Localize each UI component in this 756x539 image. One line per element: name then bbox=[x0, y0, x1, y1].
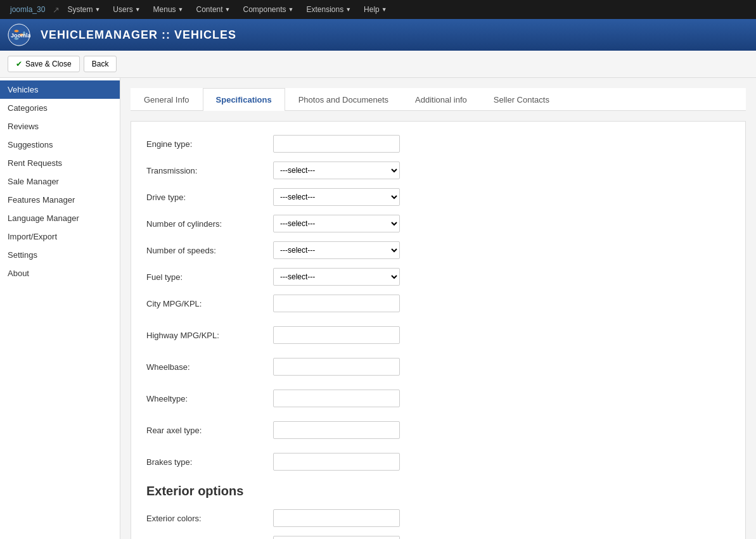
rear-axel-input[interactable] bbox=[273, 421, 400, 439]
fuel-type-label: Fuel type: bbox=[146, 272, 273, 282]
wheelbase-input[interactable] bbox=[273, 358, 400, 376]
sidebar: Vehicles Categories Reviews Suggestions … bbox=[0, 78, 120, 539]
engine-type-row: Engine type: bbox=[146, 134, 730, 153]
num-doors-select[interactable]: ---select--- bbox=[273, 536, 400, 539]
chevron-down-icon: ▼ bbox=[288, 6, 294, 13]
tab-bar: General Info Specifications Photos and D… bbox=[131, 88, 746, 111]
num-speeds-label: Number of speeds: bbox=[146, 246, 273, 255]
nav-help[interactable]: Help ▼ bbox=[359, 3, 392, 16]
brakes-input[interactable] bbox=[273, 453, 400, 471]
tab-additional-info[interactable]: Additional info bbox=[402, 88, 480, 111]
rear-axel-label: Rear axel type: bbox=[146, 426, 273, 435]
wheeltype-label: Wheeltype: bbox=[146, 394, 273, 403]
chevron-down-icon: ▼ bbox=[178, 6, 184, 13]
wheelbase-label: Wheelbase: bbox=[146, 362, 273, 372]
engine-type-label: Engine type: bbox=[146, 139, 273, 149]
city-mpg-row: City MPG/KPL: bbox=[146, 294, 730, 313]
content-area: General Info Specifications Photos and D… bbox=[120, 78, 756, 539]
svg-text:Joomla!: Joomla! bbox=[11, 32, 30, 39]
exterior-colors-input[interactable] bbox=[273, 509, 400, 527]
highway-mpg-label: Highway MPG/KPL: bbox=[146, 331, 273, 340]
chevron-down-icon: ▼ bbox=[225, 6, 231, 13]
toolbar: ✔ Save & Close Back bbox=[0, 51, 756, 78]
nav-menus[interactable]: Menus ▼ bbox=[148, 3, 189, 16]
transmission-label: Transmission: bbox=[146, 166, 273, 175]
num-doors-row: Number of doors: ---select--- bbox=[146, 535, 730, 539]
page-title: VEHICLEMANAGER :: VEHICLES bbox=[41, 29, 236, 42]
exterior-section-title: Exterior options bbox=[146, 484, 730, 498]
tab-specifications[interactable]: Specifications bbox=[203, 88, 285, 111]
nav-content[interactable]: Content ▼ bbox=[191, 3, 236, 16]
num-speeds-select[interactable]: ---select--- bbox=[273, 241, 400, 259]
top-nav: joomla_30 ↗ System ▼ Users ▼ Menus ▼ Con… bbox=[0, 0, 756, 19]
site-link[interactable]: joomla_30 bbox=[5, 3, 50, 16]
tab-general-info[interactable]: General Info bbox=[131, 88, 203, 111]
sidebar-item-language-manager[interactable]: Language Manager bbox=[0, 209, 120, 227]
brakes-label: Brakes type: bbox=[146, 457, 273, 467]
wheeltype-input[interactable] bbox=[273, 390, 400, 407]
highway-mpg-input[interactable] bbox=[273, 326, 400, 344]
city-mpg-label: City MPG/KPL: bbox=[146, 299, 273, 308]
drive-type-select[interactable]: ---select--- bbox=[273, 188, 400, 206]
nav-users[interactable]: Users ▼ bbox=[108, 3, 145, 16]
save-close-button[interactable]: ✔ Save & Close bbox=[8, 56, 80, 72]
sidebar-item-settings[interactable]: Settings bbox=[0, 246, 120, 264]
exterior-colors-label: Exterior colors: bbox=[146, 514, 273, 523]
sidebar-item-reviews[interactable]: Reviews bbox=[0, 117, 120, 136]
main-layout: Vehicles Categories Reviews Suggestions … bbox=[0, 78, 756, 539]
transmission-row: Transmission: ---select--- bbox=[146, 161, 730, 180]
nav-system[interactable]: System ▼ bbox=[62, 3, 105, 16]
sidebar-item-import-export[interactable]: Import/Export bbox=[0, 227, 120, 246]
chevron-down-icon: ▼ bbox=[94, 6, 100, 13]
sidebar-item-categories[interactable]: Categories bbox=[0, 99, 120, 117]
tab-photos-docs[interactable]: Photos and Documenets bbox=[285, 88, 402, 111]
fuel-type-row: Fuel type: ---select--- bbox=[146, 267, 730, 286]
drive-type-label: Drive type: bbox=[146, 193, 273, 202]
chevron-down-icon: ▼ bbox=[345, 6, 351, 13]
header-bar: Joomla! VEHICLEMANAGER :: VEHICLES bbox=[0, 19, 756, 51]
num-cylinders-select[interactable]: ---select--- bbox=[273, 215, 400, 232]
tab-seller-contacts[interactable]: Seller Contacts bbox=[480, 88, 563, 111]
wheelbase-row: Wheelbase: bbox=[146, 357, 730, 376]
check-icon: ✔ bbox=[16, 60, 22, 68]
highway-mpg-row: Highway MPG/KPL: bbox=[146, 326, 730, 345]
nav-extensions[interactable]: Extensions ▼ bbox=[301, 3, 356, 16]
sidebar-item-features-manager[interactable]: Features Manager bbox=[0, 191, 120, 209]
joomla-logo[interactable]: Joomla! bbox=[8, 23, 30, 46]
sidebar-item-sale-manager[interactable]: Sale Manager bbox=[0, 172, 120, 191]
rear-axel-row: Rear axel type: bbox=[146, 421, 730, 440]
drive-type-row: Drive type: ---select--- bbox=[146, 187, 730, 206]
wheeltype-row: Wheeltype: bbox=[146, 389, 730, 408]
city-mpg-input[interactable] bbox=[273, 295, 400, 312]
chevron-down-icon: ▼ bbox=[135, 6, 141, 13]
brakes-row: Brakes type: bbox=[146, 452, 730, 471]
back-button[interactable]: Back bbox=[84, 56, 117, 72]
nav-components[interactable]: Components ▼ bbox=[238, 3, 298, 16]
transmission-select[interactable]: ---select--- bbox=[273, 162, 400, 179]
engine-type-input[interactable] bbox=[273, 135, 400, 153]
sidebar-item-suggestions[interactable]: Suggestions bbox=[0, 136, 120, 154]
specifications-form: Engine type: Transmission: ---select--- … bbox=[131, 121, 746, 539]
sidebar-item-rent-requests[interactable]: Rent Requests bbox=[0, 154, 120, 172]
num-speeds-row: Number of speeds: ---select--- bbox=[146, 241, 730, 260]
chevron-down-icon: ▼ bbox=[381, 6, 387, 13]
fuel-type-select[interactable]: ---select--- bbox=[273, 268, 400, 286]
num-cylinders-row: Number of cylinders: ---select--- bbox=[146, 214, 730, 233]
num-cylinders-label: Number of cylinders: bbox=[146, 219, 273, 229]
sidebar-item-vehicles[interactable]: Vehicles bbox=[0, 80, 120, 99]
exterior-colors-row: Exterior colors: bbox=[146, 509, 730, 528]
sidebar-item-about[interactable]: About bbox=[0, 264, 120, 282]
